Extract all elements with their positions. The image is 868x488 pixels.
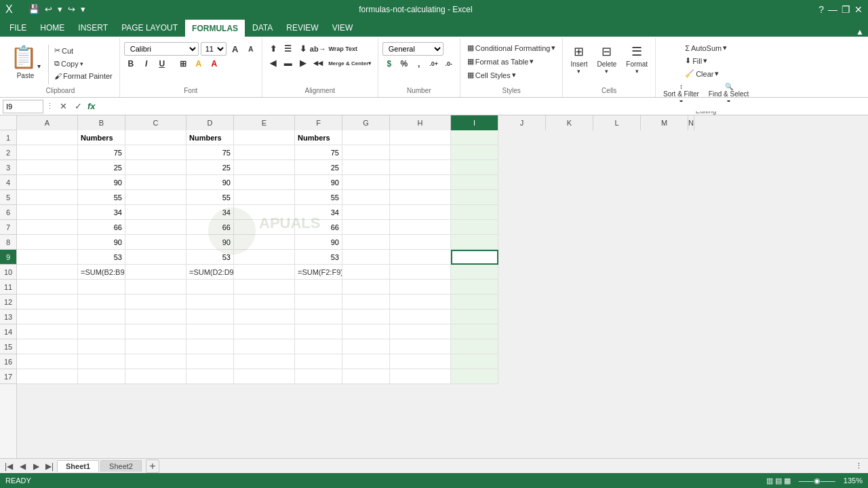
tab-formulas[interactable]: FORMULAS: [184, 19, 245, 37]
cell-E15[interactable]: [234, 339, 295, 354]
cell-G1[interactable]: [342, 130, 390, 145]
cell-C11[interactable]: [125, 280, 186, 295]
cell-B5[interactable]: 55: [78, 190, 125, 205]
cell-E5[interactable]: [234, 190, 295, 205]
cell-D4[interactable]: 90: [186, 175, 234, 190]
cell-A6[interactable]: [17, 205, 78, 220]
cell-A15[interactable]: [17, 339, 78, 354]
row-header-11[interactable]: 11: [0, 280, 16, 295]
row-header-10[interactable]: 10: [0, 265, 16, 280]
cell-D11[interactable]: [186, 280, 234, 295]
align-bottom-button[interactable]: ⬇: [296, 42, 310, 56]
row-header-4[interactable]: 4: [0, 175, 16, 190]
row-header-14[interactable]: 14: [0, 324, 16, 339]
fill-color-button[interactable]: A: [192, 57, 205, 71]
row-header-12[interactable]: 12: [0, 295, 16, 309]
percent-button[interactable]: %: [397, 57, 411, 71]
cell-F4[interactable]: 90: [295, 175, 342, 190]
cell-I8[interactable]: [451, 235, 498, 250]
col-header-g[interactable]: G: [342, 115, 390, 130]
cell-B1[interactable]: Numbers: [78, 130, 125, 145]
prev-sheet-button[interactable]: ◀: [16, 460, 28, 472]
cell-B15[interactable]: [78, 339, 125, 354]
row-header-8[interactable]: 8: [0, 235, 16, 250]
tab-home[interactable]: HOME: [33, 19, 71, 37]
cell-I10[interactable]: [451, 265, 498, 280]
cell-A7[interactable]: [17, 220, 78, 235]
col-header-j[interactable]: J: [498, 115, 546, 130]
cell-E3[interactable]: [234, 160, 295, 175]
cell-H4[interactable]: [390, 175, 451, 190]
wrap-text-button[interactable]: Wrap Text: [326, 42, 360, 56]
cell-C12[interactable]: [125, 295, 186, 309]
row-header-2[interactable]: 2: [0, 145, 16, 160]
save-icon[interactable]: 💾: [27, 3, 41, 16]
cell-A4[interactable]: [17, 175, 78, 190]
cell-C9[interactable]: [125, 250, 186, 265]
col-header-d[interactable]: D: [186, 115, 234, 130]
cell-F6[interactable]: 34: [295, 205, 342, 220]
cell-D14[interactable]: [186, 324, 234, 339]
cell-G10[interactable]: [342, 265, 390, 280]
row-header-7[interactable]: 7: [0, 220, 16, 235]
cell-E13[interactable]: [234, 309, 295, 324]
cell-D16[interactable]: [186, 354, 234, 369]
cell-B6[interactable]: 34: [78, 205, 125, 220]
sheet-tabs-more-icon[interactable]: ⋮: [855, 462, 863, 470]
zoom-slider[interactable]: ——◉——: [799, 476, 835, 485]
sheet-tab-sheet2[interactable]: Sheet2: [100, 460, 142, 472]
cell-B7[interactable]: 66: [78, 220, 125, 235]
col-header-b[interactable]: B: [78, 115, 125, 130]
conditional-formatting-button[interactable]: ▦ Conditional Formatting ▾: [465, 42, 559, 54]
cell-B4[interactable]: 90: [78, 175, 125, 190]
col-header-e[interactable]: E: [234, 115, 295, 130]
cell-F13[interactable]: [295, 309, 342, 324]
cell-B13[interactable]: [78, 309, 125, 324]
cell-I17[interactable]: [451, 369, 498, 384]
cell-F14[interactable]: [295, 324, 342, 339]
cell-H8[interactable]: [390, 235, 451, 250]
cell-E16[interactable]: [234, 354, 295, 369]
row-header-6[interactable]: 6: [0, 205, 16, 220]
cell-A10[interactable]: [17, 265, 78, 280]
cell-styles-button[interactable]: ▦ Cell Styles ▾: [465, 69, 519, 81]
col-header-m[interactable]: M: [641, 115, 688, 130]
tab-page-layout[interactable]: PAGE LAYOUT: [115, 19, 184, 37]
copy-button[interactable]: ⧉ Copy ▾: [52, 58, 115, 69]
cell-E2[interactable]: [234, 145, 295, 160]
cell-I14[interactable]: [451, 324, 498, 339]
cell-B3[interactable]: 25: [78, 160, 125, 175]
first-sheet-button[interactable]: |◀: [3, 460, 15, 472]
cell-G17[interactable]: [342, 369, 390, 384]
decrease-font-size-button[interactable]: A: [244, 42, 258, 56]
comma-button[interactable]: ,: [412, 57, 426, 71]
tab-view[interactable]: VIEW: [326, 19, 360, 37]
undo-dropdown-icon[interactable]: ▾: [56, 3, 64, 16]
cell-H9[interactable]: [390, 250, 451, 265]
next-sheet-button[interactable]: ▶: [30, 460, 42, 472]
undo-icon[interactable]: ↩: [43, 3, 54, 16]
cell-D2[interactable]: 75: [186, 145, 234, 160]
cell-E14[interactable]: [234, 324, 295, 339]
cell-I2[interactable]: [451, 145, 498, 160]
cell-C3[interactable]: [125, 160, 186, 175]
cell-E12[interactable]: [234, 295, 295, 309]
delete-cells-button[interactable]: ⊟ Delete ▾: [593, 42, 620, 77]
align-center-button[interactable]: ▬: [281, 56, 295, 70]
cell-I12[interactable]: [451, 295, 498, 309]
cell-G14[interactable]: [342, 324, 390, 339]
format-cells-button[interactable]: ☰ Format ▾: [623, 42, 651, 77]
cell-G4[interactable]: [342, 175, 390, 190]
cell-B8[interactable]: 90: [78, 235, 125, 250]
align-top-button[interactable]: ⬆: [267, 42, 280, 56]
paste-button[interactable]: 📋 ▾: [5, 42, 45, 72]
minimize-button[interactable]: —: [828, 4, 837, 15]
col-header-h[interactable]: H: [390, 115, 451, 130]
cell-B10[interactable]: =SUM(B2:B9): [78, 265, 125, 280]
sheet-tab-sheet1[interactable]: Sheet1: [57, 460, 99, 472]
cell-B14[interactable]: [78, 324, 125, 339]
align-right-button[interactable]: ▶: [296, 56, 310, 70]
cell-D15[interactable]: [186, 339, 234, 354]
cell-F10[interactable]: =SUM(F2:F9): [295, 265, 342, 280]
cell-C5[interactable]: [125, 190, 186, 205]
